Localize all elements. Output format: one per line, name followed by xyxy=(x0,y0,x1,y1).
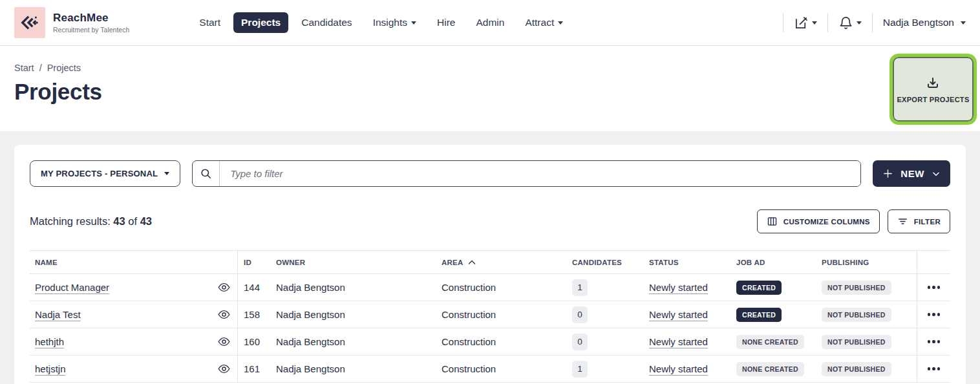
top-nav: ReachMee Recruitment by Talentech Start … xyxy=(0,0,980,46)
table-row: Product Manager 144 Nadja Bengtson Const… xyxy=(30,274,950,301)
user-name: Nadja Bengtson xyxy=(883,17,954,28)
customize-columns-button[interactable]: CUSTOMIZE COLUMNS xyxy=(757,209,880,233)
breadcrumb-start-link[interactable]: Start xyxy=(14,63,34,73)
candidates-count-badge[interactable]: 1 xyxy=(572,361,588,378)
owner-cell: Nadja Bengtson xyxy=(273,282,440,293)
chevron-down-icon xyxy=(961,21,966,25)
candidates-count-badge[interactable]: 0 xyxy=(572,334,588,350)
eye-icon[interactable] xyxy=(218,283,230,292)
job-ad-cell: CREATED xyxy=(734,308,818,322)
project-name-link[interactable]: hetjstjn xyxy=(35,363,66,374)
row-menu-button[interactable] xyxy=(924,309,944,320)
job-ad-cell: CREATED xyxy=(734,281,818,295)
project-name-link[interactable]: Product Manager xyxy=(35,282,109,293)
project-name-link[interactable]: hethjth xyxy=(35,336,64,347)
divider xyxy=(827,13,828,32)
status-link[interactable]: Newly started xyxy=(649,309,708,320)
table-row: hetjstjn 161 Nadja Bengtson Construction… xyxy=(30,356,950,383)
filter-button[interactable]: FILTER xyxy=(888,209,950,233)
chevron-down-icon xyxy=(411,21,416,25)
column-header-publishing[interactable]: PUBLISHING xyxy=(818,259,917,266)
column-header-job-ad[interactable]: JOB AD xyxy=(734,259,818,266)
candidates-cell: 0 xyxy=(566,306,644,323)
job-ad-cell: NONE CREATED xyxy=(734,335,818,349)
status-link[interactable]: Newly started xyxy=(649,363,708,374)
nav-item-candidates[interactable]: Candidates xyxy=(293,12,359,33)
status-cell: Newly started xyxy=(644,363,734,374)
actions-cell xyxy=(917,274,950,301)
publishing-badge: NOT PUBLISHED xyxy=(822,308,891,322)
table-header-row: NAME ID OWNER AREA CANDIDATES STATUS JOB… xyxy=(30,250,950,274)
customize-columns-label: CUSTOMIZE COLUMNS xyxy=(783,218,870,226)
scope-dropdown-label: MY PROJECTS - PERSONAL xyxy=(41,169,158,178)
publishing-cell: NOT PUBLISHED xyxy=(818,308,917,322)
name-cell: Nadja Test xyxy=(30,301,238,328)
reachmee-logo[interactable] xyxy=(14,7,45,38)
status-cell: Newly started xyxy=(644,336,734,347)
candidates-count-badge[interactable]: 0 xyxy=(572,306,588,323)
row-menu-button[interactable] xyxy=(924,363,944,374)
eye-icon[interactable] xyxy=(218,364,230,374)
notifications-button[interactable] xyxy=(838,16,862,30)
job-ad-badge: CREATED xyxy=(736,281,782,295)
bell-icon xyxy=(838,16,853,30)
user-menu[interactable]: Nadja Bengtson xyxy=(883,17,966,28)
project-name-link[interactable]: Nadja Test xyxy=(35,309,81,320)
download-icon xyxy=(925,76,941,91)
name-cell: hetjstjn xyxy=(30,356,238,382)
top-nav-right: Nadja Bengtson xyxy=(772,13,966,32)
status-link[interactable]: Newly started xyxy=(649,282,708,293)
toolbar: MY PROJECTS - PERSONAL NEW xyxy=(30,160,950,187)
filter-input[interactable] xyxy=(220,161,860,186)
id-cell: 160 xyxy=(238,336,273,347)
compose-icon xyxy=(794,16,809,30)
breadcrumb: Start / Projects xyxy=(14,63,980,73)
status-cell: Newly started xyxy=(644,282,734,293)
publishing-badge: NOT PUBLISHED xyxy=(822,281,891,295)
column-header-area[interactable]: AREA xyxy=(440,259,566,266)
filter-lines-icon xyxy=(897,216,908,227)
row-menu-button[interactable] xyxy=(924,336,944,347)
export-projects-button[interactable]: EXPORT PROJECTS xyxy=(897,76,969,103)
results-total-count: 43 xyxy=(140,215,152,227)
new-project-button[interactable]: NEW xyxy=(873,160,950,187)
publishing-badge: NOT PUBLISHED xyxy=(822,362,891,376)
results-actions: CUSTOMIZE COLUMNS FILTER xyxy=(757,209,950,233)
publishing-cell: NOT PUBLISHED xyxy=(818,335,917,349)
candidates-count-badge[interactable]: 1 xyxy=(572,279,588,296)
eye-icon[interactable] xyxy=(218,337,230,347)
search-icon-button[interactable] xyxy=(193,161,220,186)
column-header-candidates[interactable]: CANDIDATES xyxy=(566,259,644,266)
eye-icon[interactable] xyxy=(218,310,230,319)
filter-search-box xyxy=(192,160,861,187)
status-cell: Newly started xyxy=(644,309,734,320)
column-header-name[interactable]: NAME xyxy=(30,251,238,273)
nav-item-admin[interactable]: Admin xyxy=(468,12,512,33)
results-row: Matching results: 43 of 43 CUSTOMIZE COL… xyxy=(30,209,950,233)
candidates-cell: 1 xyxy=(566,361,644,378)
nav-item-insights[interactable]: Insights xyxy=(365,12,424,33)
export-projects-label: EXPORT PROJECTS xyxy=(897,96,969,103)
name-cell: hethjth xyxy=(30,328,238,355)
compose-menu-button[interactable] xyxy=(794,16,817,30)
status-link[interactable]: Newly started xyxy=(649,336,708,347)
nav-item-start[interactable]: Start xyxy=(191,12,228,33)
column-header-owner[interactable]: OWNER xyxy=(273,259,440,266)
nav-item-hire[interactable]: Hire xyxy=(429,12,463,33)
nav-item-projects[interactable]: Projects xyxy=(233,12,288,33)
id-cell: 144 xyxy=(238,282,273,293)
nav-item-attract[interactable]: Attract xyxy=(517,12,571,33)
sort-asc-icon xyxy=(468,259,476,265)
row-menu-button[interactable] xyxy=(924,282,944,293)
divider xyxy=(872,13,873,32)
owner-cell: Nadja Bengtson xyxy=(273,336,440,347)
table-body: Product Manager 144 Nadja Bengtson Const… xyxy=(30,274,950,383)
owner-cell: Nadja Bengtson xyxy=(273,309,440,320)
plus-icon xyxy=(882,168,893,179)
id-cell: 158 xyxy=(238,309,273,320)
owner-cell: Nadja Bengtson xyxy=(273,363,440,374)
chevron-down-icon xyxy=(164,172,169,175)
scope-dropdown[interactable]: MY PROJECTS - PERSONAL xyxy=(30,160,180,187)
column-header-status[interactable]: STATUS xyxy=(644,259,734,266)
column-header-id[interactable]: ID xyxy=(238,259,273,266)
